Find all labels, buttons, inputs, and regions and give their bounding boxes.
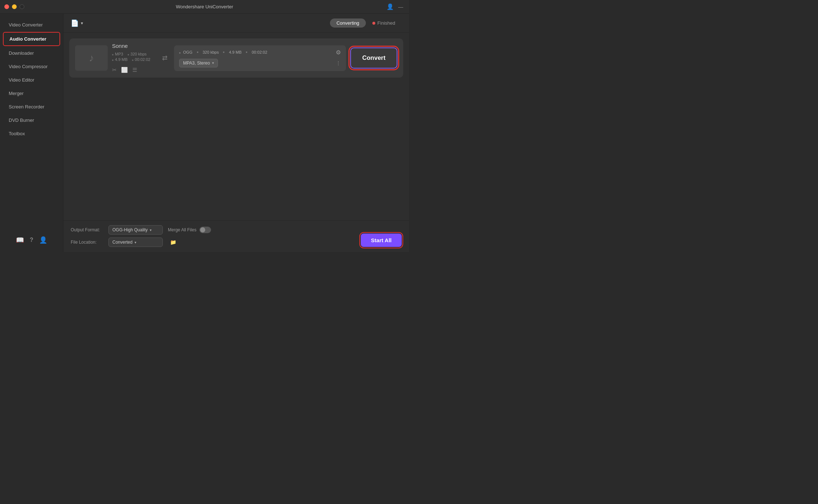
app-title: Wondershare UniConverter [176,4,233,9]
start-all-button[interactable]: Start All [361,234,402,247]
cut-icon[interactable]: ✂ [112,67,117,73]
settings-icon[interactable]: ☰ [132,67,137,73]
merge-toggle-wrap: Merge All Files [168,227,211,233]
sidebar-item-audio-converter[interactable]: Audio Converter [3,32,60,46]
gear-icon[interactable]: ⚙ [336,49,341,56]
profile-icon[interactable]: 👤 [387,3,394,10]
bottom-bar: Output Format: OGG-High Quality ▾ Merge … [63,220,409,252]
file-location-label: File Location: [71,240,103,245]
titlebar-right: 👤 — [387,3,403,10]
sidebar-item-merger[interactable]: Merger [3,87,60,100]
more-options-icon[interactable]: ⋮ [336,60,341,66]
account-icon[interactable]: 👤 [39,236,47,244]
music-note-icon: ♪ [89,52,94,64]
sidebar: Video Converter Audio Converter Download… [0,14,63,252]
maximize-button[interactable] [20,4,24,9]
channel-format-dropdown[interactable]: MPA3, Stereo ▾ [179,59,218,67]
sidebar-item-video-converter[interactable]: Video Converter [3,18,60,31]
sidebar-bottom: 📖 ? 👤 [0,232,63,248]
file-meta: MP3 320 kbps 4.9 MB 00:02:02 [112,52,156,62]
output-settings: OGG 320 kbps 4.9 MB 00:02:02 ⚙ [174,45,346,71]
content-area: ♪ Sonne MP3 320 kbps 4.9 MB 00:02:02 [63,33,409,220]
merge-label: Merge All Files [168,227,197,232]
output-format-select[interactable]: OGG-High Quality ▾ [108,225,163,235]
topbar-tabs: Converting Finished [330,18,402,28]
minimize-icon[interactable]: — [398,4,403,10]
format-select-chevron-icon: ▾ [150,228,152,232]
library-icon[interactable]: 📖 [16,236,24,244]
bottom-rows-wrap: Output Format: OGG-High Quality ▾ Merge … [71,225,402,247]
file-location-row: File Location: Converted ▾ 📁 [71,237,211,247]
window-controls [4,4,24,9]
toggle-knob [200,227,205,232]
sidebar-item-toolbox[interactable]: Toolbox [3,127,60,140]
topbar: 📄 ▾ Converting Finished [63,14,409,33]
sidebar-item-dvd-burner[interactable]: DVD Burner [3,114,60,127]
file-meta-row-2: 4.9 MB 00:02:02 [112,57,156,62]
file-thumbnail: ♪ [75,45,108,71]
add-file-button[interactable]: 📄 ▾ [71,19,83,27]
location-chevron-icon: ▾ [135,240,136,244]
crop-icon[interactable]: ⬜ [121,67,128,73]
finished-dot-icon [372,22,375,25]
help-icon[interactable]: ? [30,237,33,243]
output-format-row: Output Format: OGG-High Quality ▾ Merge … [71,225,211,235]
main-content: 📄 ▾ Converting Finished ♪ [63,14,409,252]
file-meta-row-1: MP3 320 kbps [112,52,156,56]
minimize-button[interactable] [12,4,17,9]
titlebar: Wondershare UniConverter 👤 — [0,0,409,14]
sidebar-item-video-editor[interactable]: Video Editor [3,74,60,86]
sidebar-item-video-compressor[interactable]: Video Compressor [3,60,60,73]
tab-finished[interactable]: Finished [366,18,402,28]
file-tools: ✂ ⬜ ☰ [112,67,156,73]
file-card: ♪ Sonne MP3 320 kbps 4.9 MB 00:02:02 [69,38,403,78]
dropdown-chevron-icon: ▾ [212,61,214,65]
file-name: Sonne [112,43,156,49]
close-button[interactable] [4,4,9,9]
file-info: Sonne MP3 320 kbps 4.9 MB 00:02:02 ✂ [112,43,156,73]
tab-converting[interactable]: Converting [330,18,366,28]
folder-icon[interactable]: 📁 [170,239,176,245]
convert-arrow-icon: ⇄ [162,54,168,62]
output-bottom: MPA3, Stereo ▾ ⋮ [179,59,341,67]
output-meta-row: OGG 320 kbps 4.9 MB 00:02:02 [179,50,267,54]
output-format-label: Output Format: [71,227,103,232]
file-location-select[interactable]: Converted ▾ [108,237,163,247]
add-file-icon: 📄 [71,19,79,27]
merge-toggle[interactable] [199,227,211,233]
add-chevron-icon: ▾ [81,21,83,26]
bottom-left: Output Format: OGG-High Quality ▾ Merge … [71,225,211,247]
sidebar-item-screen-recorder[interactable]: Screen Recorder [3,100,60,113]
sidebar-item-downloader[interactable]: Downloader [3,47,60,59]
output-top: OGG 320 kbps 4.9 MB 00:02:02 ⚙ [179,49,341,56]
convert-button[interactable]: Convert [350,47,397,69]
app-body: Video Converter Audio Converter Download… [0,14,409,252]
